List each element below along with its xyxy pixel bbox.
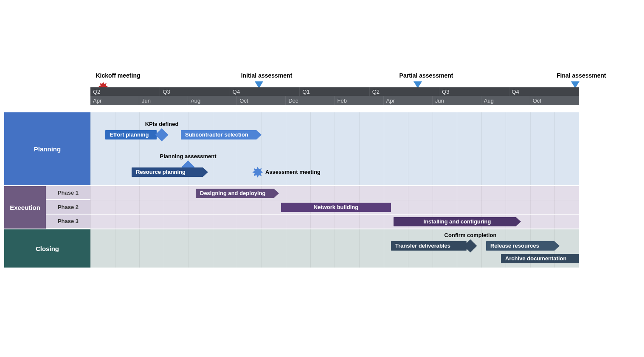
lane-execution: Execution Phase 1 Designing and deployin… — [4, 186, 579, 229]
execution-phases: Phase 1 Designing and deploying Phase 2 … — [46, 186, 579, 229]
event-label-assessment-meeting: Assessment meeting — [265, 169, 321, 175]
phase-body-1: Designing and deploying — [90, 186, 579, 200]
month-cell: Aug — [481, 96, 530, 105]
phase-head-3: Phase 3 — [46, 215, 90, 229]
month-cell: Oct — [237, 96, 286, 105]
quarter-cell: Q2 — [90, 87, 160, 96]
swimlanes: Planning Effort planning KPIs defined Su… — [4, 112, 579, 268]
phase-body-2: Network building — [90, 200, 579, 214]
task-resource-planning: Resource planning — [132, 167, 208, 177]
task-installing-configuring: Installing and configuring — [394, 217, 521, 226]
task-effort-planning: Effort planning — [105, 130, 157, 139]
lane-closing: Closing Transfer deliverables Confirm co… — [4, 229, 579, 268]
task-archive-documentation: Archive documentation — [501, 254, 579, 263]
month-cell: Aug — [188, 96, 237, 105]
month-row: Apr Jun Aug Oct Dec Feb Apr Jun Aug Oct — [90, 96, 579, 105]
lane-head-planning: Planning — [4, 112, 90, 185]
milestone-label-partial: Partial assessment — [399, 72, 453, 79]
phase-head-2: Phase 2 — [46, 200, 90, 214]
month-cell: Oct — [530, 96, 579, 105]
milestone-label-confirm-completion: Confirm completion — [444, 232, 497, 238]
phase-body-3: Installing and configuring — [90, 215, 579, 229]
phase-head-1: Phase 1 — [46, 186, 90, 200]
quarter-cell: Q3 — [439, 87, 509, 96]
task-transfer-deliverables: Transfer deliverables — [391, 241, 467, 251]
quarter-cell: Q1 — [300, 87, 369, 96]
milestone-label-planning-assessment: Planning assessment — [160, 153, 217, 159]
milestone-label-initial: Initial assessment — [241, 72, 292, 79]
lane-body-closing: Transfer deliverables Confirm completion… — [90, 229, 579, 268]
milestone-label-final: Final assessment — [557, 72, 606, 79]
month-cell: Feb — [335, 96, 383, 105]
month-cell: Apr — [90, 96, 139, 105]
quarter-cell: Q2 — [370, 87, 439, 96]
lane-head-execution: Execution — [4, 186, 46, 229]
quarter-cell: Q4 — [509, 87, 579, 96]
burst-icon — [252, 167, 263, 178]
quarter-cell: Q3 — [160, 87, 230, 96]
month-cell: Jun — [139, 96, 188, 105]
month-cell: Dec — [286, 96, 335, 105]
task-designing-deploying: Designing and deploying — [196, 189, 279, 198]
task-subcontractor-selection: Subcontractor selection — [181, 130, 262, 139]
milestone-label-kickoff: Kickoff meeting — [96, 72, 140, 79]
month-cell: Apr — [384, 96, 433, 105]
lane-body-planning: Effort planning KPIs defined Subcontract… — [90, 112, 579, 185]
lane-planning: Planning Effort planning KPIs defined Su… — [4, 112, 579, 186]
task-network-building: Network building — [281, 203, 391, 212]
quarter-cell: Q4 — [230, 87, 300, 96]
lane-head-closing: Closing — [4, 229, 90, 268]
diamond-icon — [155, 128, 168, 141]
task-release-resources: Release resources — [486, 241, 560, 251]
timeline-header: Q2 Q3 Q4 Q1 Q2 Q3 Q4 Apr Jun Aug Oct Dec… — [90, 87, 579, 105]
month-cell: Jun — [433, 96, 481, 105]
quarter-row: Q2 Q3 Q4 Q1 Q2 Q3 Q4 — [90, 87, 579, 96]
milestone-label-kpis: KPIs defined — [145, 121, 179, 127]
